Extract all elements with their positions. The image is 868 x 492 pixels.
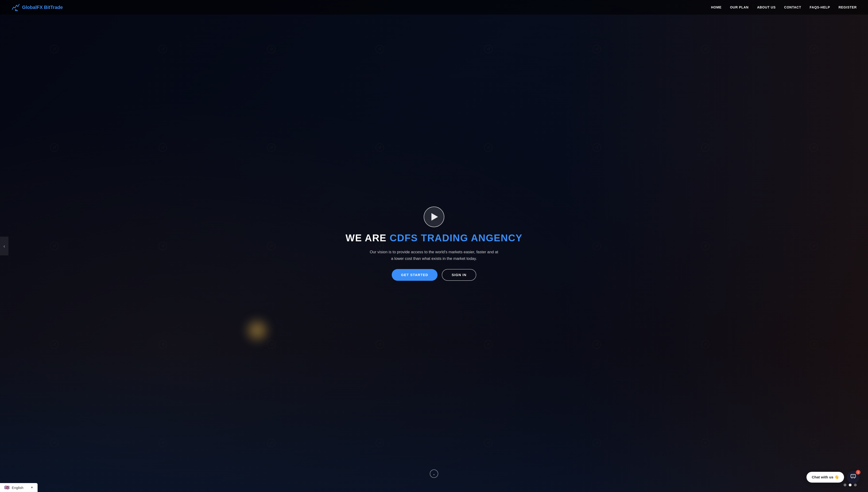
scroll-down-button[interactable]: ⌄ <box>430 469 438 478</box>
chevron-down-icon: ▼ <box>30 486 33 489</box>
play-button[interactable] <box>424 206 444 227</box>
chat-icon <box>850 474 856 481</box>
chat-widget: Chat with us 👋 1 <box>807 471 860 484</box>
navbar: GlobalFX BitTrade HOME OUR PLAN ABOUT US… <box>0 0 868 15</box>
hero-title: WE ARE CDFS TRADING ANGENCY <box>346 232 522 244</box>
language-selector[interactable]: 🇬🇧 English ▼ <box>0 483 37 492</box>
play-icon <box>431 213 438 221</box>
language-label: English <box>12 486 24 490</box>
svg-point-7 <box>854 476 854 476</box>
svg-point-5 <box>852 476 852 476</box>
slider-dot-1[interactable] <box>844 484 846 486</box>
slide-arrow-left[interactable]: ‹ <box>0 237 8 255</box>
hero-title-prefix: WE ARE <box>346 232 390 243</box>
logo-text: GlobalFX BitTrade <box>22 5 63 10</box>
slider-dots <box>844 484 857 486</box>
svg-point-6 <box>853 476 853 476</box>
chat-bubble: Chat with us 👋 <box>807 472 844 483</box>
nav-contact[interactable]: CONTACT <box>784 5 801 9</box>
hero-title-highlight: CDFS TRADING ANGENCY <box>390 232 522 243</box>
hero-subtitle: Our vision is to provide access to the w… <box>368 249 500 262</box>
logo[interactable]: GlobalFX BitTrade <box>11 3 63 12</box>
lamp-glow <box>243 316 271 344</box>
language-flag: 🇬🇧 <box>4 485 9 490</box>
nav-about-us[interactable]: ABOUT US <box>757 5 776 9</box>
chevron-down-icon: ⌄ <box>433 472 435 476</box>
nav-register[interactable]: REGISTER <box>838 5 857 9</box>
get-started-button[interactable]: GET STARTED <box>392 269 438 281</box>
sign-in-button[interactable]: SIGN IN <box>442 269 476 281</box>
nav-links: HOME OUR PLAN ABOUT US CONTACT FAQS-HELP… <box>711 5 857 9</box>
slider-dot-2[interactable] <box>849 484 851 486</box>
chat-button[interactable]: 1 <box>847 471 860 484</box>
nav-our-plan[interactable]: OUR PLAN <box>730 5 748 9</box>
person-silhouette <box>564 0 868 492</box>
hero-buttons: GET STARTED SIGN IN <box>392 269 477 281</box>
chat-badge: 1 <box>856 470 861 475</box>
hero-content: WE ARE CDFS TRADING ANGENCY Our vision i… <box>341 206 527 280</box>
slider-dot-3[interactable] <box>854 484 857 486</box>
nav-faqs-help[interactable]: FAQS-HELP <box>810 5 830 9</box>
logo-icon <box>11 3 20 12</box>
nav-home[interactable]: HOME <box>711 5 721 9</box>
hero-section: (function(){ const grid = document.query… <box>0 0 868 492</box>
